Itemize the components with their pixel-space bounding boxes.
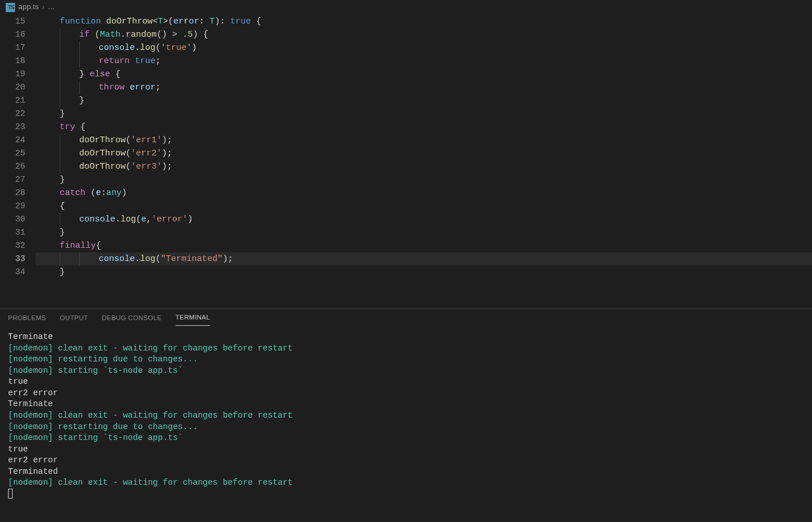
code-line[interactable]: } — [36, 94, 812, 107]
terminal-output[interactable]: Terminate[nodemon] clean exit - waiting … — [0, 329, 812, 522]
terminal-line: err2 error — [8, 388, 804, 399]
code-line[interactable]: return true; — [36, 54, 812, 68]
line-number: 20 — [0, 81, 25, 94]
code-line[interactable]: } — [36, 226, 812, 239]
typescript-file-icon: TS — [6, 3, 15, 12]
code-line[interactable]: console.log("Terminated"); — [36, 252, 812, 266]
code-line[interactable]: doOrThrow('err2'); — [36, 147, 812, 160]
code-line[interactable]: function doOrThrow<T>(error: T): true { — [36, 15, 812, 28]
line-number: 31 — [0, 226, 25, 239]
line-number: 33 — [0, 252, 25, 266]
line-number: 17 — [0, 41, 25, 54]
line-number: 34 — [0, 266, 25, 279]
panel-tab-debug[interactable]: DEBUG CONSOLE — [102, 313, 161, 326]
code-line[interactable]: } else { — [36, 68, 812, 81]
line-number: 29 — [0, 200, 25, 213]
code-line[interactable]: if (Math.random() > .5) { — [36, 28, 812, 41]
code-line[interactable]: console.log('true') — [36, 41, 812, 54]
code-line[interactable]: doOrThrow('err1'); — [36, 134, 812, 147]
code-line[interactable]: throw error; — [36, 81, 812, 94]
line-number: 26 — [0, 160, 25, 173]
terminal-cursor — [8, 489, 804, 500]
panel-tab-bar: PROBLEMSOUTPUTDEBUG CONSOLETERMINAL — [0, 309, 812, 329]
line-number: 22 — [0, 107, 25, 120]
line-number: 24 — [0, 134, 25, 147]
line-number: 32 — [0, 239, 25, 252]
terminal-line: Terminate — [8, 332, 804, 343]
line-number: 21 — [0, 94, 25, 107]
line-number: 28 — [0, 186, 25, 200]
code-line[interactable]: } — [36, 107, 812, 120]
terminal-line: [nodemon] clean exit - waiting for chang… — [8, 410, 804, 422]
code-line[interactable]: doOrThrow('err3'); — [36, 160, 812, 173]
line-number: 19 — [0, 68, 25, 81]
terminal-line: [nodemon] restarting due to changes... — [8, 422, 804, 433]
code-line[interactable]: } — [36, 173, 812, 186]
breadcrumb-trail[interactable]: ... — [48, 1, 55, 13]
line-number: 23 — [0, 120, 25, 134]
terminal-line: Terminate — [8, 399, 804, 410]
terminal-line: true — [8, 444, 804, 455]
chevron-right-icon: › — [42, 1, 44, 13]
line-number: 16 — [0, 28, 25, 41]
line-number-gutter: 1516171819202122232425262728293031323334 — [0, 15, 36, 309]
code-editor[interactable]: 1516171819202122232425262728293031323334… — [0, 15, 812, 309]
terminal-line: Terminated — [8, 466, 804, 478]
terminal-line: true — [8, 376, 804, 388]
terminal-line: err2 error — [8, 455, 804, 466]
code-line[interactable]: } — [36, 266, 812, 279]
panel-tab-terminal[interactable]: TERMINAL — [176, 313, 211, 326]
line-number: 15 — [0, 15, 25, 28]
breadcrumb-file[interactable]: app.ts — [18, 1, 38, 13]
line-number: 25 — [0, 147, 25, 160]
code-content[interactable]: function doOrThrow<T>(error: T): true {i… — [36, 15, 812, 309]
line-number: 27 — [0, 173, 25, 186]
line-number: 30 — [0, 213, 25, 226]
code-line[interactable]: { — [36, 200, 812, 213]
bottom-panel: PROBLEMSOUTPUTDEBUG CONSOLETERMINAL Term… — [0, 309, 812, 522]
panel-tab-problems[interactable]: PROBLEMS — [8, 313, 46, 326]
editor-window: TS app.ts › ... 151617181920212223242526… — [0, 0, 812, 522]
line-number: 18 — [0, 54, 25, 68]
terminal-line: [nodemon] clean exit - waiting for chang… — [8, 477, 804, 489]
terminal-line: [nodemon] restarting due to changes... — [8, 354, 804, 365]
code-line[interactable]: finally{ — [36, 239, 812, 252]
code-line[interactable]: try { — [36, 120, 812, 134]
breadcrumb: TS app.ts › ... — [0, 0, 812, 15]
code-line[interactable]: console.log(e,'error') — [36, 213, 812, 226]
terminal-line: [nodemon] starting `ts-node app.ts` — [8, 365, 804, 377]
terminal-line: [nodemon] starting `ts-node app.ts` — [8, 433, 804, 444]
code-line[interactable]: catch (e:any) — [36, 186, 812, 200]
panel-tab-output[interactable]: OUTPUT — [60, 313, 88, 326]
terminal-line: [nodemon] clean exit - waiting for chang… — [8, 343, 804, 355]
